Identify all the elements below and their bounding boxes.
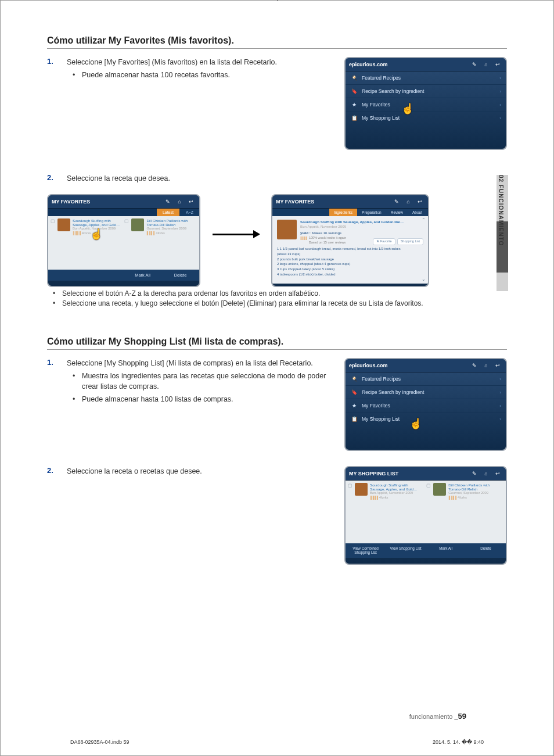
step-number: 2. (47, 466, 67, 476)
home-icon[interactable]: ⌂ (481, 60, 491, 69)
favorite-pill-button[interactable]: ★ Favorite (373, 238, 395, 245)
checkbox-icon[interactable]: ▢ (51, 218, 55, 235)
recipe-title: Dill Chicken Paillards with Tomato-Dill … (146, 218, 196, 227)
home-icon[interactable]: ⌂ (481, 470, 491, 478)
tab-review[interactable]: Review (386, 209, 408, 216)
tab-about[interactable]: About (408, 209, 427, 216)
tag-icon: 🔖 (350, 88, 358, 94)
recipe-title: Dill Chicken Paillards with Tomato-Dill … (448, 483, 502, 491)
home-icon[interactable]: ⌂ (481, 361, 491, 370)
recipe-thumbnail (355, 483, 368, 496)
recipe-detail-title: Sourdough Stuffing with Sausage, Apples,… (300, 220, 404, 224)
back-icon[interactable]: ↩ (493, 361, 502, 370)
delete-button[interactable]: Delete (161, 270, 199, 281)
screen-title: MY FAVORITES (276, 199, 390, 205)
recipe-card[interactable]: ▢ Dill Chicken Paillards with Tomato-Dil… (124, 218, 196, 235)
menu-search-ingredient[interactable]: 🔖Recipe Search by Ingredient› (346, 386, 506, 399)
app-title: epicurious.com (349, 363, 467, 368)
checkbox-icon[interactable]: ▢ (124, 218, 129, 235)
step-number: 1. (47, 57, 67, 82)
chef-hat-icon: 🍳 (350, 75, 358, 81)
recipe-thumbnail (433, 483, 446, 496)
view-combined-button[interactable]: View Combined Shopping List (346, 543, 386, 558)
menu-my-shopping-list[interactable]: 📋My Shopping List› (346, 112, 506, 125)
recipe-card[interactable]: ▢ Sourdough Stuffing with Sausage, Apple… (348, 483, 424, 500)
recipe-thumbnail (131, 218, 144, 231)
back-icon[interactable]: ↩ (415, 198, 425, 206)
recipe-source: Bon Appétit, November 2009 (370, 491, 424, 495)
ingredient-line: 2 large onions, chopped (about 4 generou… (277, 262, 423, 267)
recipe-card[interactable]: ▢ Dill Chicken Paillards with Tomato-Dil… (426, 483, 502, 500)
print-meta-right: 2014. 5. 14. �� 9:40 (433, 739, 484, 745)
ingredient-line: 3 cups chopped celery (about 5 stalks) (277, 267, 423, 272)
shopping-list-pill-button[interactable]: Shopping List (397, 238, 423, 245)
recipe-card[interactable]: ▢ Sourdough Stuffing with Sausage, Apple… (51, 218, 122, 235)
forks-rating-icon: ‖‖‖‖ (300, 236, 307, 245)
edit-icon[interactable]: ✎ (392, 198, 401, 206)
home-icon[interactable]: ⌂ (175, 198, 184, 206)
ingredient-line: (about 13 cups) (277, 252, 423, 257)
arrow-right-icon (210, 234, 262, 235)
scroll-down-icon[interactable]: ⌄ (420, 277, 426, 282)
pointer-cursor-icon: ☝ (90, 228, 103, 241)
app-screenshot-recipe-detail: MY FAVORITES ✎ ⌂ ↩ Ingredients Preparati… (271, 194, 429, 287)
app-title: epicurious.com (349, 62, 467, 67)
back-icon[interactable]: ↩ (493, 470, 502, 478)
step-bullet: Puede almacenar hasta 100 listas de comp… (73, 394, 335, 404)
tab-az[interactable]: A~Z (180, 209, 199, 216)
page-footer: funcionamiento _59 (409, 712, 466, 721)
edit-icon[interactable]: ✎ (163, 198, 172, 206)
recipe-detail-source: Bon Appétit, November 2009 (300, 224, 404, 229)
star-icon: ★ (350, 403, 358, 409)
forks-rating-icon: ‖‖‖‖ (448, 495, 456, 499)
section1-title: Cómo utilizar My Favorites (Mis favorito… (47, 35, 507, 49)
ingredient-line: 4 tablespoons (1/2 stick) butter, divide… (277, 273, 423, 277)
mark-all-button[interactable]: Mark All (124, 270, 161, 281)
recipe-source: Gourmet, September 2009 (448, 491, 502, 495)
step-text: Seleccione [My Shopping List] (Mi lista … (67, 359, 313, 367)
home-icon[interactable]: ⌂ (404, 198, 413, 206)
ingredient-line: 2 pounds bulk pork breakfast sausage (277, 257, 423, 262)
step-number: 2. (47, 173, 67, 184)
recipe-title: Sourdough Stuffing with Sausage, Apples,… (73, 218, 122, 227)
tag-icon: 🔖 (350, 389, 358, 395)
print-meta-left: DA68-02935A-04.indb 59 (70, 739, 129, 745)
app-screenshot-home-shop: epicurious.com ✎ ⌂ ↩ 🍳Featured Recipes› … (344, 358, 507, 451)
menu-featured-recipes[interactable]: 🍳Featured Recipes› (346, 71, 506, 85)
checkbox-icon[interactable]: ▢ (426, 483, 431, 500)
menu-search-ingredient[interactable]: 🔖Recipe Search by Ingredient› (346, 85, 506, 98)
menu-featured-recipes[interactable]: 🍳Featured Recipes› (346, 372, 506, 386)
forks-rating-icon: ‖‖‖‖ (370, 495, 378, 499)
menu-my-shopping-list[interactable]: 📋My Shopping List› (346, 413, 506, 426)
delete-button[interactable]: Delete (466, 543, 506, 558)
tab-preparation[interactable]: Preparation (357, 209, 386, 216)
chef-hat-icon: 🍳 (350, 376, 358, 382)
scroll-up-icon[interactable]: ⌃ (420, 217, 426, 223)
note-icon: 📋 (350, 416, 358, 422)
menu-my-favorites[interactable]: ★My Favorites› (346, 399, 506, 413)
edit-icon[interactable]: ✎ (470, 470, 479, 478)
tab-latest[interactable]: Latest (157, 209, 179, 216)
note-bullet: Seleccione el botón A-Z a la derecha par… (53, 289, 507, 298)
step-bullet: Muestra los ingredientes para las receta… (73, 371, 335, 392)
step-number: 1. (47, 358, 67, 406)
edit-icon[interactable]: ✎ (470, 60, 479, 69)
edit-icon[interactable]: ✎ (470, 361, 479, 370)
mark-all-button[interactable]: Mark All (426, 543, 466, 558)
back-icon[interactable]: ↩ (186, 198, 196, 206)
pointer-cursor-icon: ☝ (409, 417, 422, 430)
note-bullet: Seleccione una receta, y luego seleccion… (53, 299, 507, 307)
screen-title: MY FAVORITES (52, 199, 161, 205)
ingredient-line: 1 1 1/2-pound loaf sourdough bread, crus… (277, 247, 423, 252)
menu-my-favorites[interactable]: ★My Favorites› (346, 98, 506, 112)
step-text: Seleccione [My Favorites] (Mis favoritos… (67, 58, 277, 66)
recipe-image (277, 220, 297, 239)
checkbox-icon[interactable]: ▢ (348, 483, 352, 500)
view-shopping-list-button[interactable]: View Shopping List (386, 543, 426, 558)
tab-ingredients[interactable]: Ingredients (329, 209, 357, 216)
step-text: Seleccione la receta o recetas que desee… (67, 467, 202, 475)
back-icon[interactable]: ↩ (493, 60, 502, 69)
app-screenshot-home-fav: epicurious.com ✎ ⌂ ↩ 🍳Featured Recipes› … (344, 57, 507, 150)
screen-title: MY SHOPPING LIST (349, 471, 467, 476)
recipe-title: Sourdough Stuffing with Sausage, Apples,… (370, 483, 424, 491)
